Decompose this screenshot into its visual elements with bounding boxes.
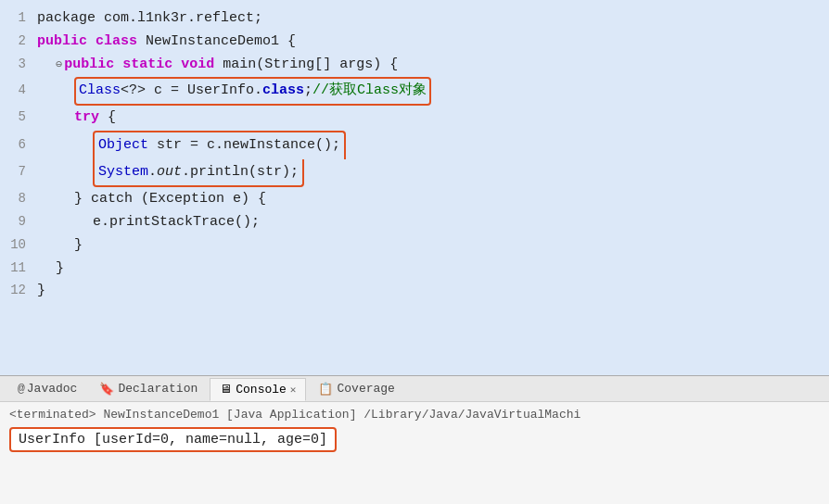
line-number-3: 3 xyxy=(4,54,37,75)
console-output-wrapper: UserInfo [userId=0, name=null, age=0] xyxy=(9,427,820,452)
highlighted-block-top: Object str = c.newInstance(); xyxy=(93,131,346,159)
code-token: } catch (Exception e) { xyxy=(74,191,266,207)
code-lines-inner: 6 Object str = c.newInstance(); 7 System… xyxy=(0,131,829,188)
line-number-11: 11 xyxy=(4,258,37,279)
console-icon: 🖥 xyxy=(220,383,232,397)
code-token: //获取Class对象 xyxy=(312,82,427,98)
code-token: try xyxy=(74,109,108,125)
code-token: com.l1nk3r.reflect; xyxy=(104,10,262,26)
console-close-icon[interactable]: ✕ xyxy=(290,384,297,396)
highlighted-block-bottom: System.out.println(str); xyxy=(93,159,304,188)
console-terminated-line: <terminated> NewInstanceDemo1 [Java Appl… xyxy=(9,408,820,422)
code-text-12: } xyxy=(37,280,825,303)
code-line-3: 3 ⊖public static void main(String[] args… xyxy=(0,54,829,77)
code-token: Object xyxy=(98,137,148,153)
tab-coverage-label: Coverage xyxy=(337,382,394,396)
console-output-area: <terminated> NewInstanceDemo1 [Java Appl… xyxy=(0,402,829,504)
tab-declaration[interactable]: 🔖 Declaration xyxy=(89,377,208,401)
highlighted-line-4: Class<?> c = UserInfo.class;//获取Class对象 xyxy=(74,77,431,106)
collapse-icon[interactable]: ⊖ xyxy=(56,58,62,71)
line-number-4: 4 xyxy=(4,80,37,101)
code-text-1: package com.l1nk3r.reflect; xyxy=(37,7,825,31)
line-number-12: 12 xyxy=(4,280,37,301)
declaration-icon: 🔖 xyxy=(99,382,114,397)
line-number-2: 2 xyxy=(4,31,37,52)
tab-declaration-label: Declaration xyxy=(118,382,198,396)
javadoc-icon: @ xyxy=(18,382,25,396)
code-text-7: System.out.println(str); xyxy=(93,159,825,188)
code-text-5: try { xyxy=(74,107,825,130)
code-text-2: public class NewInstanceDemo1 { xyxy=(37,31,825,54)
tab-coverage[interactable]: 📋 Coverage xyxy=(308,377,404,401)
code-token: <?> c = UserInfo. xyxy=(121,82,262,98)
line-number-6: 6 xyxy=(4,134,37,156)
line-number-8: 8 xyxy=(4,188,37,209)
code-text-3: ⊖public static void main(String[] args) … xyxy=(56,54,825,77)
code-text-4: Class<?> c = UserInfo.class;//获取Class对象 xyxy=(74,76,825,107)
code-editor: 1 package com.l1nk3r.reflect; 2 public c… xyxy=(0,0,829,375)
code-token: class xyxy=(96,33,146,49)
code-block-6-7: 6 Object str = c.newInstance(); 7 System… xyxy=(0,131,829,188)
tab-console[interactable]: 🖥 Console ✕ xyxy=(210,378,306,401)
code-line-6: 6 Object str = c.newInstance(); xyxy=(0,131,829,159)
code-token: static xyxy=(122,57,181,72)
code-token: } xyxy=(37,283,45,298)
tab-console-label: Console xyxy=(236,383,287,397)
code-token: class xyxy=(262,82,304,98)
tab-javadoc-label: Javadoc xyxy=(27,382,78,396)
code-token: NewInstanceDemo1 { xyxy=(146,33,296,49)
code-text-11: } xyxy=(56,258,825,281)
line-number-5: 5 xyxy=(4,107,37,128)
code-token: public xyxy=(64,57,122,72)
code-line-12: 12 } xyxy=(0,280,829,303)
code-token: e.printStackTrace(); xyxy=(93,214,260,230)
code-token: .println(str); xyxy=(182,164,299,180)
code-line-10: 10 } xyxy=(0,234,829,258)
console-output-boxed: UserInfo [userId=0, name=null, age=0] xyxy=(9,427,337,452)
code-token: . xyxy=(148,164,157,180)
code-token: { xyxy=(108,109,116,125)
tab-javadoc[interactable]: @ Javadoc xyxy=(7,377,87,400)
code-line-7: 7 System.out.println(str); xyxy=(0,159,829,188)
line-number-10: 10 xyxy=(4,234,37,256)
code-text-10: } xyxy=(74,234,825,258)
line-number-7: 7 xyxy=(4,161,37,183)
code-token: str = c.newInstance(); xyxy=(148,137,340,153)
code-token: void xyxy=(181,57,223,72)
code-token: } xyxy=(56,260,64,276)
code-line-1: 1 package com.l1nk3r.reflect; xyxy=(0,7,829,31)
code-line-2: 2 public class NewInstanceDemo1 { xyxy=(0,31,829,54)
code-token: } xyxy=(74,237,83,253)
tabs-bar: @ Javadoc 🔖 Declaration 🖥 Console ✕ 📋 Co… xyxy=(0,376,829,402)
code-line-11: 11 } xyxy=(0,258,829,281)
line-number-9: 9 xyxy=(4,211,37,233)
code-token: System xyxy=(98,164,148,180)
code-line-5: 5 try { xyxy=(0,107,829,130)
code-token: package xyxy=(37,10,104,26)
code-token: main(String[] args) { xyxy=(223,57,398,72)
code-text-9: e.printStackTrace(); xyxy=(93,211,825,234)
code-token: Class xyxy=(79,82,121,98)
code-line-9: 9 e.printStackTrace(); xyxy=(0,211,829,234)
code-line-8: 8 } catch (Exception e) { xyxy=(0,188,829,211)
code-text-8: } catch (Exception e) { xyxy=(74,188,825,211)
code-line-4: 4 Class<?> c = UserInfo.class;//获取Class对… xyxy=(0,76,829,107)
code-text-6: Object str = c.newInstance(); xyxy=(93,131,825,159)
bottom-panel: @ Javadoc 🔖 Declaration 🖥 Console ✕ 📋 Co… xyxy=(0,376,829,504)
coverage-icon: 📋 xyxy=(318,382,333,397)
code-token: out xyxy=(157,164,182,180)
code-token: ; xyxy=(304,82,312,98)
code-token: public xyxy=(37,33,96,49)
line-number-1: 1 xyxy=(4,7,37,29)
